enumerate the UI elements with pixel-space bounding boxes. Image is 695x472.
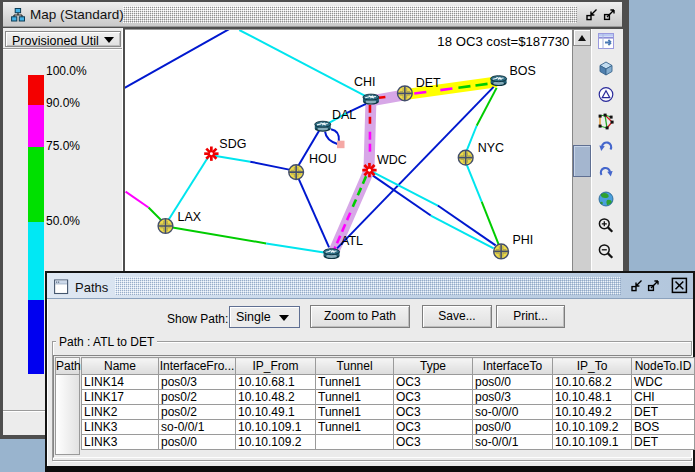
svg-text:PHI: PHI [513,233,534,247]
svg-text:HOU: HOU [309,152,337,166]
svg-text:CHI: CHI [354,75,375,89]
svg-text:LAX: LAX [177,210,201,224]
svg-text:DAL: DAL [332,108,356,122]
svg-text:WDC: WDC [377,153,407,167]
svg-text:18 OC3 cost=$187730: 18 OC3 cost=$187730 [437,34,569,49]
svg-text:NYC: NYC [478,141,504,155]
svg-text:BOS: BOS [510,64,536,78]
svg-text:DET: DET [416,76,441,90]
svg-text:ATL: ATL [341,234,363,248]
svg-text:SDG: SDG [219,137,246,151]
